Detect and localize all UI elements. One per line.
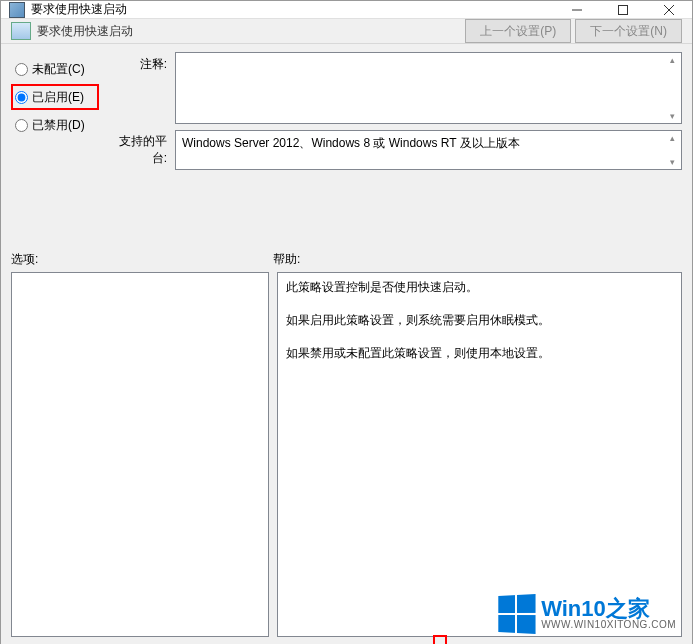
help-label: 帮助:: [273, 251, 300, 268]
platform-textarea: Windows Server 2012、Windows 8 或 Windows …: [175, 130, 682, 170]
radio-enabled[interactable]: 已启用(E): [11, 84, 99, 110]
close-button[interactable]: [646, 1, 692, 18]
scroll-down-icon[interactable]: ▾: [665, 157, 679, 167]
maximize-button[interactable]: [600, 1, 646, 18]
policy-editor-window: 要求使用快速启动 要求使用快速启动 上一个设置(P) 下一个设置(N): [0, 0, 693, 644]
help-paragraph: 如果禁用或未配置此策略设置，则使用本地设置。: [286, 345, 673, 362]
scroll-up-icon[interactable]: ▴: [665, 55, 679, 65]
radio-disabled-input[interactable]: [15, 119, 28, 132]
window-controls: [554, 1, 692, 18]
help-panel: 此策略设置控制是否使用快速启动。 如果启用此策略设置，则系统需要启用休眠模式。 …: [277, 272, 682, 637]
help-paragraph: 如果启用此策略设置，则系统需要启用休眠模式。: [286, 312, 673, 329]
watermark-url: WWW.WIN10XITONG.COM: [541, 620, 676, 630]
svg-rect-1: [619, 5, 628, 14]
watermark-brand: Win10之家: [541, 598, 676, 620]
comment-textarea[interactable]: ▴ ▾: [175, 52, 682, 124]
scrollbar[interactable]: ▴ ▾: [665, 133, 679, 167]
window-title: 要求使用快速启动: [31, 1, 554, 18]
radio-not-configured[interactable]: 未配置(C): [11, 56, 99, 82]
help-paragraph: 此策略设置控制是否使用快速启动。: [286, 279, 673, 296]
options-panel: [11, 272, 269, 637]
prev-setting-button[interactable]: 上一个设置(P): [465, 19, 571, 43]
options-label: 选项:: [11, 251, 273, 268]
windows-logo-icon: [498, 594, 535, 634]
watermark: Win10之家 WWW.WIN10XITONG.COM: [497, 595, 676, 633]
scroll-up-icon[interactable]: ▴: [665, 133, 679, 143]
policy-icon: [11, 22, 31, 40]
next-setting-button[interactable]: 下一个设置(N): [575, 19, 682, 43]
body-area: 未配置(C) 已启用(E) 已禁用(D) 注释: 支持的平台: ▴: [1, 44, 692, 644]
minimize-button[interactable]: [554, 1, 600, 18]
radio-enabled-input[interactable]: [15, 91, 28, 104]
highlight-fragment: [433, 635, 447, 644]
comment-label: 注释:: [107, 56, 167, 73]
toolbar-title: 要求使用快速启动: [37, 23, 133, 40]
titlebar: 要求使用快速启动: [1, 1, 692, 19]
radio-disabled[interactable]: 已禁用(D): [11, 112, 99, 138]
radio-not-configured-input[interactable]: [15, 63, 28, 76]
radio-disabled-label: 已禁用(D): [32, 117, 85, 134]
toolbar: 要求使用快速启动 上一个设置(P) 下一个设置(N): [1, 19, 692, 44]
radio-not-configured-label: 未配置(C): [32, 61, 85, 78]
platform-label: 支持的平台:: [107, 133, 167, 167]
platform-text: Windows Server 2012、Windows 8 或 Windows …: [182, 136, 520, 150]
scroll-down-icon[interactable]: ▾: [665, 111, 679, 121]
radio-group: 未配置(C) 已启用(E) 已禁用(D): [11, 52, 99, 227]
scrollbar[interactable]: ▴ ▾: [665, 55, 679, 121]
radio-enabled-label: 已启用(E): [32, 89, 84, 106]
app-icon: [9, 2, 25, 18]
